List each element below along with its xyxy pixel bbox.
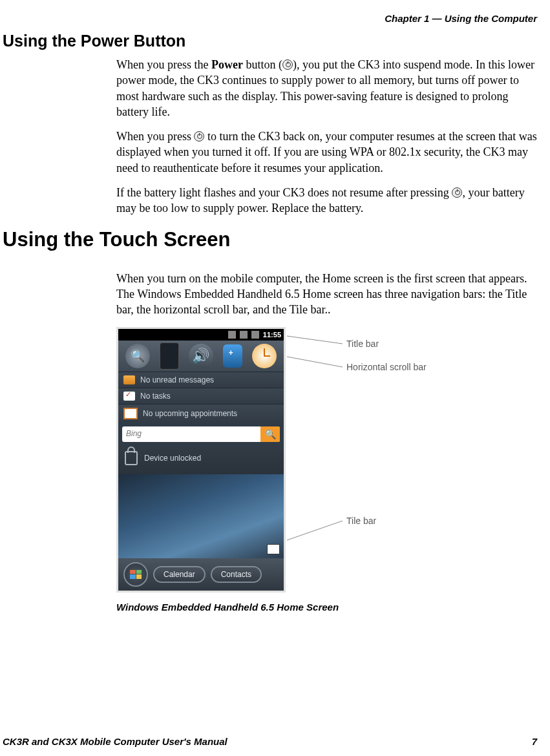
tasks-icon: [123, 392, 135, 401]
device-screenshot: 11:55 🔍 🔊 No unread messages No tasks No…: [116, 327, 286, 593]
calendar-icon: [123, 408, 138, 419]
contacts-button: Contacts: [211, 566, 262, 583]
para-power-3: If the battery light flashes and your CK…: [116, 185, 538, 216]
power-icon: [282, 59, 293, 70]
tasks-text: No tasks: [140, 392, 171, 401]
figure-home-screen: 11:55 🔍 🔊 No unread messages No tasks No…: [116, 327, 550, 593]
callout-tile-bar: Tile bar: [346, 516, 376, 526]
figure-caption: Windows Embedded Handheld 6.5 Home Scree…: [116, 602, 550, 613]
list-item: No upcoming appointments: [118, 404, 284, 423]
callout-title-bar: Title bar: [346, 339, 379, 349]
list-item: No tasks: [118, 388, 284, 404]
title-bar: 11:55: [118, 329, 284, 341]
lock-row: Device unlocked: [118, 446, 284, 474]
volume-icon: [240, 331, 248, 339]
svg-line-2: [287, 521, 343, 540]
tile-bar: Calendar Contacts: [118, 558, 284, 591]
phone-icon: [160, 342, 179, 370]
heading-using-power-button: Using the Power Button: [3, 32, 550, 50]
search-placeholder: Bing: [122, 426, 260, 442]
calendar-button: Calendar: [153, 566, 206, 583]
para-power-1: When you press the Power button (), you …: [116, 57, 538, 120]
battery-tile-icon: [223, 344, 242, 368]
unlock-icon: [125, 451, 138, 465]
messages-text: No unread messages: [140, 375, 214, 384]
horizontal-scroll-bar: 🔍 🔊: [118, 341, 284, 372]
list-item: No unread messages: [118, 372, 284, 388]
sip-icon: [267, 544, 280, 554]
battery-icon: [251, 331, 259, 339]
speaker-icon: 🔊: [189, 344, 213, 368]
page-footer: CK3R and CK3X Mobile Computer User's Man…: [3, 736, 537, 747]
manual-title: CK3R and CK3X Mobile Computer User's Man…: [3, 736, 227, 747]
heading-using-touch-screen: Using the Touch Screen: [3, 228, 550, 251]
para-power-2: When you press to turn the CK3 back on, …: [116, 129, 538, 176]
body-section-power: When you press the Power button (), you …: [116, 57, 538, 216]
start-button: [123, 562, 148, 587]
search-bar: Bing 🔍: [122, 426, 280, 442]
appointments-text: No upcoming appointments: [143, 409, 237, 418]
clock-time: 11:55: [263, 331, 281, 339]
svg-line-1: [287, 357, 343, 367]
lock-text: Device unlocked: [144, 454, 201, 463]
page-number: 7: [532, 736, 537, 747]
search-go-icon: 🔍: [260, 426, 280, 442]
windows-flag-icon: [130, 570, 142, 579]
mail-icon: [123, 375, 135, 384]
clock-icon: [252, 344, 277, 368]
chapter-header: Chapter 1 — Using the Computer: [0, 0, 550, 28]
zoom-icon: 🔍: [125, 344, 150, 368]
para-touch-1: When you turn on the mobile computer, th…: [116, 271, 538, 318]
wallpaper-area: [118, 474, 284, 558]
body-section-touch: When you turn on the mobile computer, th…: [116, 271, 538, 318]
signal-icon: [228, 331, 236, 339]
callout-scroll-bar: Horizontal scroll bar: [346, 362, 427, 372]
power-icon: [452, 187, 462, 198]
power-icon: [194, 131, 204, 142]
svg-line-0: [287, 336, 343, 344]
